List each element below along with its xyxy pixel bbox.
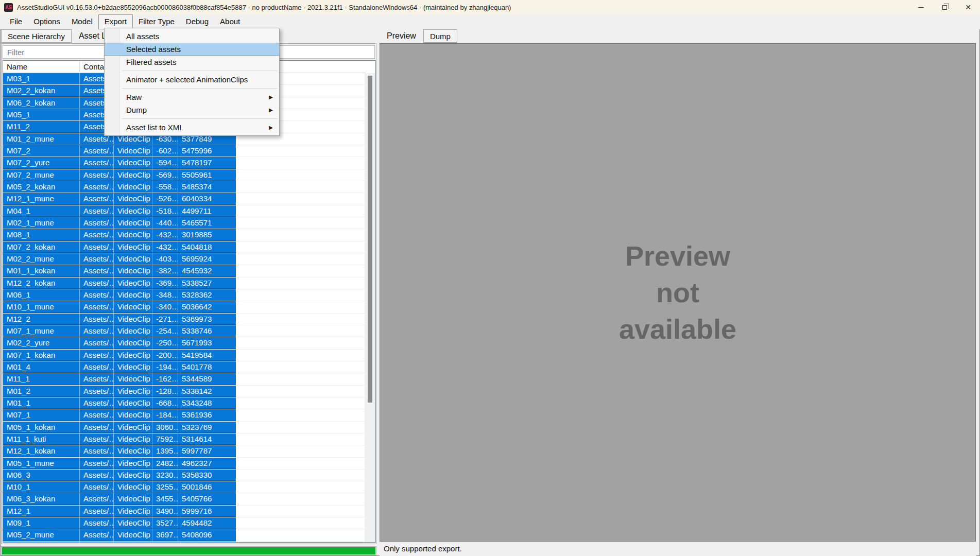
cell-container: Assets/… <box>80 289 114 301</box>
cell-type: VideoClip <box>114 277 152 289</box>
cell-name: M01_1_kokan <box>3 265 80 276</box>
cell-type: VideoClip <box>114 517 152 529</box>
table-row[interactable]: M10_1Assets/…VideoClip3255…5001846 <box>3 481 365 493</box>
cell-type: VideoClip <box>114 157 152 168</box>
table-row[interactable]: M07_2_yureAssets/…VideoClip-594…5478197 <box>3 157 365 169</box>
menu-item-file[interactable]: File <box>4 14 28 29</box>
cell-name: M07_2_yure <box>3 157 80 168</box>
export-menu-item-dump[interactable]: Dump▶ <box>105 103 279 116</box>
menu-item-filter-type[interactable]: Filter Type <box>133 14 180 29</box>
scrollbar-thumb[interactable] <box>368 76 372 403</box>
table-row[interactable]: M12_1_muneAssets/…VideoClip-526…6040334 <box>3 193 365 205</box>
table-row[interactable]: M07_1_kokanAssets/…VideoClip-200…5419584 <box>3 350 365 361</box>
tab-scene-hierarchy[interactable]: Scene Hierarchy <box>1 29 72 43</box>
table-row[interactable]: M08_1Assets/…VideoClip-432…3019885 <box>3 229 365 241</box>
table-row[interactable]: M07_2Assets/…VideoClip-602…5475996 <box>3 145 365 157</box>
table-row[interactable]: M10_1_muneAssets/…VideoClip-340…5036642 <box>3 301 365 313</box>
close-button[interactable]: ✕ <box>956 0 980 14</box>
app-icon: AS <box>4 3 13 12</box>
table-row[interactable]: M01_2Assets/…VideoClip-128…5338142 <box>3 386 365 397</box>
table-row[interactable]: M05_1_kokanAssets/…VideoClip3060…5323769 <box>3 422 365 433</box>
table-row[interactable]: M05_2_kokanAssets/…VideoClip-558…5485374 <box>3 181 365 193</box>
cell-size: 5328362 <box>178 289 236 301</box>
cell-type: VideoClip <box>114 422 152 433</box>
cell-pathid: -518… <box>152 205 178 217</box>
minimize-button[interactable] <box>909 0 933 14</box>
cell-type: VideoClip <box>114 301 152 312</box>
cell-type: VideoClip <box>114 361 152 373</box>
cell-name: M02_2_kokan <box>3 85 80 96</box>
table-row[interactable]: M01_1_kokanAssets/…VideoClip-382…4545932 <box>3 265 365 277</box>
vertical-scrollbar[interactable] <box>365 73 375 542</box>
table-row[interactable]: M06_1Assets/…VideoClip-348…5328362 <box>3 289 365 301</box>
table-row[interactable]: M11_1_kutiAssets/…VideoClip7592…5314614 <box>3 433 365 445</box>
cell-size: 5338142 <box>178 386 236 397</box>
cell-container: Assets/… <box>80 481 114 493</box>
table-row[interactable]: M07_2_kokanAssets/…VideoClip-432…5404818 <box>3 241 365 253</box>
cell-size: 5323769 <box>178 422 236 433</box>
cell-container: Assets/… <box>80 277 114 289</box>
table-row[interactable]: M06_3_kokanAssets/…VideoClip3455…5405766 <box>3 493 365 505</box>
cell-name: M05_1_kokan <box>3 422 80 433</box>
table-row[interactable]: M07_1Assets/…VideoClip-184…5361936 <box>3 409 365 421</box>
menu-item-debug[interactable]: Debug <box>180 14 214 29</box>
table-row[interactable]: M05_2_muneAssets/…VideoClip3697…5408096 <box>3 529 365 541</box>
cell-container: Assets/… <box>80 470 114 481</box>
cell-size: 5314614 <box>178 433 236 445</box>
table-row[interactable]: M01_1Assets/…VideoClip-668…5343248 <box>3 397 365 409</box>
tab-dump[interactable]: Dump <box>423 29 457 43</box>
menu-item-options[interactable]: Options <box>28 14 66 29</box>
table-row[interactable]: M05_1_muneAssets/…VideoClip2482…4962327 <box>3 458 365 470</box>
export-menu-item-selected-assets[interactable]: Selected assets <box>105 43 279 56</box>
table-row[interactable]: M11_1Assets/…VideoClip-162…5344589 <box>3 373 365 385</box>
cell-name: M01_4 <box>3 361 80 373</box>
table-row[interactable]: M12_1Assets/…VideoClip3490…5999716 <box>3 506 365 517</box>
cell-name: M11_1 <box>3 373 80 385</box>
export-menu-item-animator-selected-animationclips[interactable]: Animator + selected AnimationClips <box>105 73 279 86</box>
cell-size: 5361936 <box>178 409 236 421</box>
window-title: AssetStudioGUI v0.16.53.0+b2dae8552096ac… <box>17 4 511 11</box>
cell-container: Assets/… <box>80 169 114 181</box>
table-row[interactable]: M02_1_muneAssets/…VideoClip-440…5465571 <box>3 217 365 229</box>
cell-name: M12_1_kokan <box>3 445 80 457</box>
table-row[interactable]: M02_2_yureAssets/…VideoClip-250…5671993 <box>3 337 365 349</box>
table-row[interactable]: M06_3Assets/…VideoClip3230…5358330 <box>3 470 365 481</box>
table-row[interactable]: M02_2Assets/…VideoClip4813…5679771 <box>3 542 365 542</box>
cell-container: Assets/… <box>80 265 114 276</box>
table-row[interactable]: M01_4Assets/…VideoClip-194…5401778 <box>3 361 365 373</box>
export-menu-item-all-assets[interactable]: All assets <box>105 30 279 43</box>
menu-item-about[interactable]: About <box>214 14 246 29</box>
menu-item-export[interactable]: Export <box>98 14 133 29</box>
cell-type: VideoClip <box>114 409 152 421</box>
table-row[interactable]: M12_1_kokanAssets/…VideoClip1395…5997787 <box>3 445 365 457</box>
export-menu-item-filtered-assets[interactable]: Filtered assets <box>105 56 279 68</box>
cell-name: M05_1_mune <box>3 458 80 469</box>
table-row[interactable]: M12_2Assets/…VideoClip-271…5369973 <box>3 314 365 325</box>
tab-preview[interactable]: Preview <box>380 29 423 43</box>
cell-size: 5036642 <box>178 301 236 312</box>
cell-size: 5358330 <box>178 470 236 481</box>
export-menu-item-raw[interactable]: Raw▶ <box>105 91 279 103</box>
menu-separator <box>105 86 279 91</box>
table-row[interactable]: M02_2_muneAssets/…VideoClip-403…5695924 <box>3 253 365 265</box>
cell-pathid: -340… <box>152 301 178 312</box>
export-menu-item-asset-list-to-xml[interactable]: Asset list to XML▶ <box>105 121 279 134</box>
cell-type: VideoClip <box>114 373 152 385</box>
table-row[interactable]: M12_2_kokanAssets/…VideoClip-369…5338527 <box>3 277 365 289</box>
table-row[interactable]: M04_1Assets/…VideoClip-518…4499711 <box>3 205 365 217</box>
cell-name: M12_1 <box>3 506 80 517</box>
column-header-name[interactable]: Name <box>3 61 80 73</box>
cell-size: 3019885 <box>178 229 236 240</box>
cell-pathid: -432… <box>152 241 178 253</box>
cell-name: M01_2_mune <box>3 133 80 145</box>
table-row[interactable]: M07_2_muneAssets/…VideoClip-569…5505961 <box>3 169 365 181</box>
cell-type: VideoClip <box>114 241 152 253</box>
table-row[interactable]: M07_1_muneAssets/…VideoClip-254…5338746 <box>3 325 365 337</box>
cell-name: M02_2 <box>3 542 80 542</box>
cell-type: VideoClip <box>114 314 152 325</box>
asset-table-body: M03_1Assets/…M02_2_kokanAssets/…M06_2_ko… <box>3 73 365 542</box>
preview-message: Previewnotavailable <box>619 238 736 348</box>
restore-button[interactable] <box>933 0 956 14</box>
menu-item-model[interactable]: Model <box>66 14 98 29</box>
table-row[interactable]: M09_1Assets/…VideoClip3527…4594482 <box>3 517 365 529</box>
